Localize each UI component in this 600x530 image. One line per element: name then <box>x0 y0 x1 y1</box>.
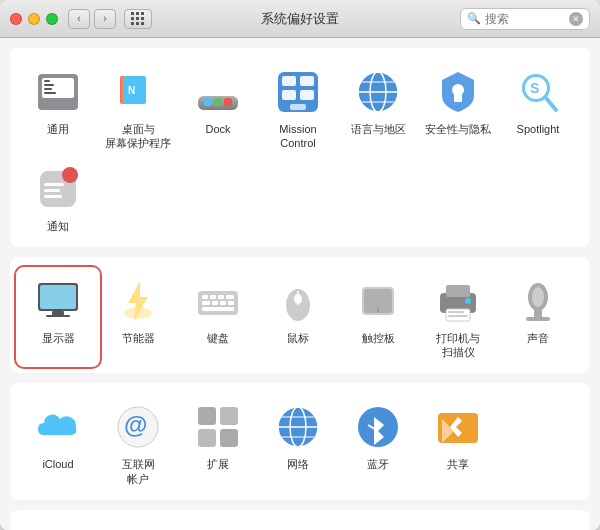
internet-accounts-label: 互联网帐户 <box>122 457 155 486</box>
pref-notifications[interactable]: 通知 <box>18 157 98 239</box>
sound-label: 声音 <box>527 331 549 345</box>
svg-text:@: @ <box>124 411 147 438</box>
svg-rect-46 <box>218 295 224 299</box>
keyboard-label: 键盘 <box>207 331 229 345</box>
pref-energy[interactable]: 节能器 <box>98 269 178 366</box>
svg-rect-18 <box>282 90 296 100</box>
search-clear-button[interactable]: ✕ <box>569 12 583 26</box>
extensions-label: 扩展 <box>207 457 229 471</box>
pref-mouse[interactable]: 鼠标 <box>258 269 338 366</box>
hardware-grid: 显示器 节能器 <box>18 269 582 366</box>
svg-point-67 <box>532 287 544 307</box>
search-input[interactable] <box>485 12 565 26</box>
svg-rect-41 <box>46 315 70 317</box>
printers-icon <box>432 275 484 327</box>
trackpad-label: 触控板 <box>362 331 395 345</box>
energy-icon <box>112 275 164 327</box>
window-title: 系统偏好设置 <box>261 10 339 28</box>
pref-internet-accounts[interactable]: @ 互联网帐户 <box>98 395 178 492</box>
sharing-label: 共享 <box>447 457 469 471</box>
personal-section: 通用 N 桌面与屏幕保护程序 <box>10 48 590 247</box>
svg-rect-17 <box>300 76 314 86</box>
svg-rect-40 <box>52 311 64 315</box>
spotlight-icon: S <box>512 66 564 118</box>
displays-icon <box>32 275 84 327</box>
close-button[interactable] <box>10 13 22 25</box>
pref-keyboard[interactable]: 键盘 <box>178 269 258 366</box>
pref-desktop[interactable]: N 桌面与屏幕保护程序 <box>98 60 178 157</box>
svg-rect-2 <box>44 80 50 82</box>
grid-view-button[interactable] <box>124 9 152 29</box>
internet-accounts-icon: @ <box>112 401 164 453</box>
pref-security[interactable]: 安全性与隐私 <box>418 60 498 157</box>
system-grid: 用户与群组 家长控制 <box>18 522 582 530</box>
pref-appstore[interactable]: A App Store <box>178 522 258 530</box>
pref-printers[interactable]: 打印机与扫描仪 <box>418 269 498 366</box>
pref-language[interactable]: 语言与地区 <box>338 60 418 157</box>
svg-rect-12 <box>204 98 212 106</box>
sound-icon <box>512 275 564 327</box>
desktop-label: 桌面与屏幕保护程序 <box>105 122 171 151</box>
pref-trackpad[interactable]: 触控板 <box>338 269 418 366</box>
language-label: 语言与地区 <box>351 122 406 136</box>
nav-buttons: ‹ › <box>68 9 152 29</box>
pref-startup[interactable]: 启动磁盘 <box>418 522 498 530</box>
desktop-icon: N <box>112 66 164 118</box>
svg-rect-74 <box>198 429 216 447</box>
internet-section: iCloud @ 互联网帐户 <box>10 383 590 500</box>
pref-icloud[interactable]: iCloud <box>18 395 98 492</box>
notifications-icon <box>32 163 84 215</box>
minimize-button[interactable] <box>28 13 40 25</box>
dock-label: Dock <box>205 122 230 136</box>
pref-bluetooth[interactable]: 蓝牙 <box>338 395 418 492</box>
pref-displays[interactable]: 显示器 <box>18 269 98 366</box>
svg-rect-5 <box>44 92 56 94</box>
pref-sharing[interactable]: 共享 <box>418 395 498 492</box>
bluetooth-label: 蓝牙 <box>367 457 389 471</box>
svg-rect-73 <box>220 407 238 425</box>
pref-timemachine[interactable]: Time Machine <box>498 522 578 530</box>
traffic-lights <box>10 13 58 25</box>
search-box[interactable]: 🔍 ✕ <box>460 8 590 30</box>
svg-rect-44 <box>202 295 208 299</box>
search-icon: 🔍 <box>467 12 481 25</box>
printers-label: 打印机与扫描仪 <box>436 331 480 360</box>
energy-label: 节能器 <box>122 331 155 345</box>
svg-rect-69 <box>526 317 550 321</box>
pref-sound[interactable]: 声音 <box>498 269 578 366</box>
network-label: 网络 <box>287 457 309 471</box>
dock-icon <box>192 66 244 118</box>
pref-extensions[interactable]: 扩展 <box>178 395 258 492</box>
svg-point-56 <box>294 294 302 304</box>
mouse-label: 鼠标 <box>287 331 309 345</box>
back-button[interactable]: ‹ <box>68 9 90 29</box>
svg-rect-4 <box>44 88 52 90</box>
system-section: 用户与群组 家长控制 <box>10 510 590 530</box>
svg-rect-49 <box>212 301 218 305</box>
pref-network[interactable]: 网络 <box>258 395 338 492</box>
trackpad-icon <box>352 275 404 327</box>
pref-datetime[interactable]: 18 日期与时间 <box>338 522 418 530</box>
svg-rect-61 <box>446 285 470 297</box>
pref-users[interactable]: 用户与群组 <box>18 522 98 530</box>
svg-rect-19 <box>300 90 314 100</box>
maximize-button[interactable] <box>46 13 58 25</box>
security-label: 安全性与隐私 <box>425 122 491 136</box>
svg-rect-45 <box>210 295 216 299</box>
language-icon <box>352 66 404 118</box>
forward-button[interactable]: › <box>94 9 116 29</box>
sharing-icon <box>432 401 484 453</box>
notifications-label: 通知 <box>47 219 69 233</box>
svg-rect-13 <box>214 98 222 106</box>
pref-dock[interactable]: Dock <box>178 60 258 157</box>
titlebar: ‹ › 系统偏好设置 🔍 ✕ <box>0 0 600 38</box>
pref-spotlight[interactable]: S Spotlight <box>498 60 578 157</box>
pref-mission-control[interactable]: MissionControl <box>258 60 338 157</box>
pref-parental[interactable]: 家长控制 <box>98 522 178 530</box>
svg-rect-35 <box>44 183 64 186</box>
bluetooth-icon <box>352 401 404 453</box>
pref-dictation[interactable]: 听写与语音 <box>258 522 338 530</box>
svg-rect-75 <box>220 429 238 447</box>
svg-text:N: N <box>128 85 135 96</box>
pref-general[interactable]: 通用 <box>18 60 98 157</box>
